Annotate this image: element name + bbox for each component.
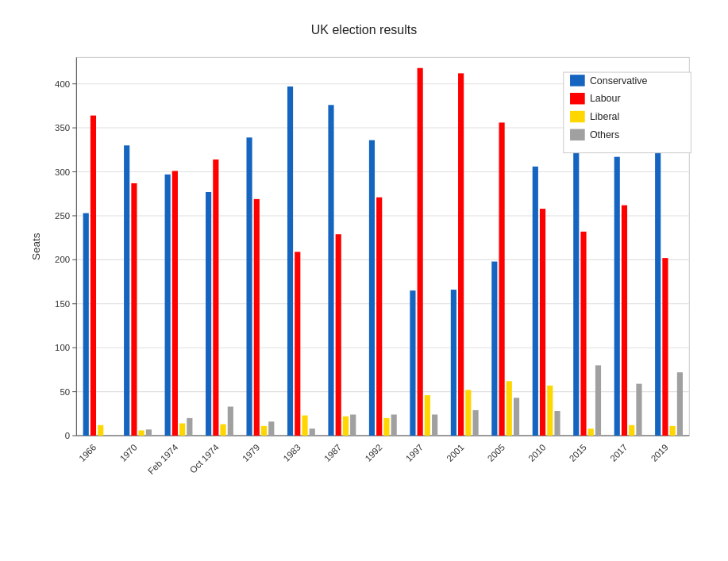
svg-text:400: 400 — [55, 79, 70, 88]
svg-rect-98 — [629, 425, 634, 435]
svg-rect-78 — [465, 390, 471, 436]
svg-text:Conservative: Conservative — [589, 75, 647, 86]
svg-rect-62 — [335, 234, 341, 436]
svg-text:0: 0 — [64, 431, 69, 440]
svg-rect-49 — [227, 406, 233, 436]
svg-rect-72 — [417, 67, 422, 435]
chart-container: UK election results 05010015020025030035… — [23, 23, 706, 539]
chart-area: 050100150200250300350400Seats19661970Feb… — [23, 45, 706, 505]
svg-rect-74 — [432, 414, 437, 436]
svg-rect-79 — [472, 409, 478, 435]
svg-rect-67 — [376, 197, 382, 435]
svg-rect-114 — [570, 129, 585, 140]
svg-rect-110 — [570, 92, 585, 104]
svg-rect-89 — [554, 411, 560, 436]
svg-rect-102 — [662, 258, 668, 436]
svg-text:50: 50 — [60, 386, 70, 396]
svg-rect-61 — [328, 105, 333, 436]
svg-rect-48 — [220, 424, 225, 435]
svg-rect-38 — [138, 430, 144, 436]
svg-rect-73 — [424, 395, 429, 436]
svg-rect-41 — [164, 174, 170, 435]
svg-rect-31 — [83, 213, 88, 435]
svg-rect-58 — [302, 415, 307, 435]
svg-rect-46 — [206, 192, 211, 436]
svg-rect-68 — [383, 417, 389, 435]
svg-rect-81 — [491, 261, 497, 435]
svg-rect-82 — [499, 122, 504, 436]
svg-rect-64 — [350, 414, 356, 436]
svg-rect-76 — [450, 290, 456, 436]
svg-rect-88 — [547, 385, 553, 435]
svg-text:Seats: Seats — [29, 232, 41, 260]
svg-text:200: 200 — [55, 255, 70, 264]
svg-rect-71 — [410, 290, 415, 436]
svg-text:350: 350 — [55, 123, 70, 133]
svg-text:250: 250 — [55, 211, 70, 221]
svg-rect-96 — [614, 156, 619, 435]
svg-text:Others: Others — [589, 129, 618, 140]
svg-rect-97 — [621, 205, 626, 435]
svg-rect-104 — [676, 372, 682, 436]
svg-rect-56 — [287, 86, 292, 436]
svg-rect-83 — [506, 381, 511, 436]
svg-rect-86 — [532, 166, 537, 435]
svg-rect-53 — [260, 425, 266, 435]
svg-rect-47 — [213, 159, 218, 436]
svg-rect-52 — [253, 198, 259, 435]
svg-rect-91 — [573, 144, 579, 436]
svg-text:Labour: Labour — [589, 93, 620, 104]
svg-rect-57 — [295, 252, 300, 436]
svg-rect-33 — [98, 425, 103, 435]
svg-rect-51 — [246, 137, 252, 436]
svg-rect-63 — [342, 416, 348, 435]
svg-rect-108 — [570, 75, 585, 86]
svg-rect-84 — [513, 398, 518, 436]
svg-rect-77 — [458, 73, 464, 436]
svg-rect-66 — [368, 140, 374, 435]
svg-rect-101 — [655, 114, 661, 436]
svg-rect-39 — [145, 429, 151, 436]
svg-text:100: 100 — [55, 343, 70, 352]
svg-rect-112 — [570, 110, 585, 122]
chart-title: UK election results — [23, 23, 706, 37]
svg-text:Liberal: Liberal — [589, 111, 618, 122]
svg-rect-54 — [268, 421, 274, 436]
svg-text:300: 300 — [55, 167, 70, 176]
svg-rect-44 — [187, 417, 192, 435]
svg-rect-32 — [90, 115, 95, 435]
svg-rect-43 — [179, 423, 185, 436]
svg-rect-37 — [131, 183, 137, 435]
svg-rect-42 — [171, 171, 177, 436]
svg-rect-59 — [309, 428, 314, 436]
svg-rect-69 — [391, 414, 396, 436]
svg-rect-87 — [539, 209, 545, 436]
svg-text:150: 150 — [55, 298, 70, 308]
svg-rect-93 — [587, 428, 593, 436]
svg-rect-92 — [580, 231, 586, 435]
svg-rect-36 — [124, 145, 129, 436]
svg-rect-94 — [595, 365, 600, 436]
svg-rect-99 — [636, 383, 641, 435]
svg-rect-103 — [669, 425, 675, 435]
